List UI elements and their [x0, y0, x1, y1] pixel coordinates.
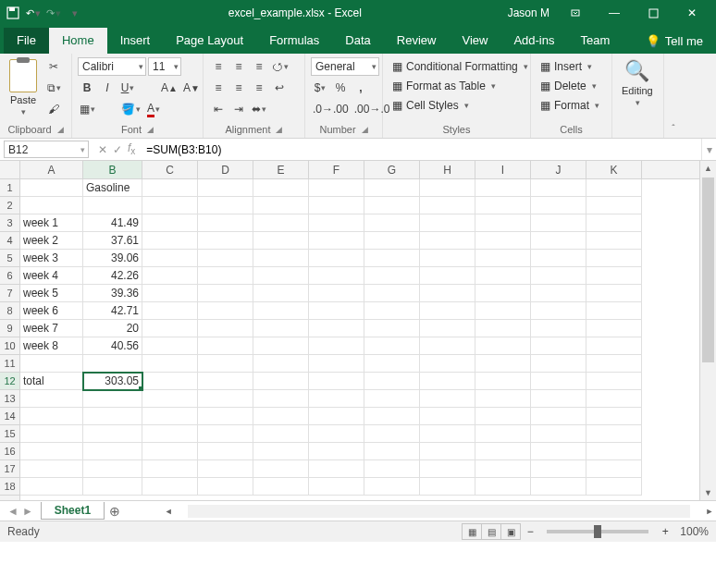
cell-A10[interactable]: week 8	[20, 337, 83, 355]
scroll-thumb[interactable]	[702, 178, 714, 362]
merge-center-icon[interactable]: ⬌▾	[250, 100, 268, 118]
cell-C3[interactable]	[142, 214, 198, 232]
align-bottom-icon[interactable]: ≡	[250, 57, 268, 76]
cell-K6[interactable]	[586, 267, 642, 285]
cell-B5[interactable]: 39.06	[83, 250, 142, 267]
cell-J18[interactable]	[531, 478, 586, 496]
row-header-6[interactable]: 6	[0, 267, 19, 285]
select-all-corner[interactable]	[0, 161, 20, 179]
cell-H9[interactable]	[420, 320, 475, 337]
cell-D6[interactable]	[198, 267, 253, 285]
collapse-ribbon-icon[interactable]: ˆ	[672, 124, 674, 134]
zoom-level[interactable]: 100%	[680, 525, 709, 538]
cell-E11[interactable]	[253, 355, 309, 373]
column-headers[interactable]: ABCDEFGHIJK	[20, 161, 699, 179]
tab-team[interactable]: Team	[567, 28, 623, 54]
tab-file[interactable]: File	[4, 28, 49, 54]
cell-I11[interactable]	[475, 355, 531, 373]
cell-I18[interactable]	[475, 478, 531, 496]
cell-D16[interactable]	[198, 443, 253, 460]
row-header-9[interactable]: 9	[0, 320, 19, 337]
cell-J6[interactable]	[531, 267, 586, 285]
col-header-C[interactable]: C	[142, 161, 198, 178]
cell-K17[interactable]	[586, 460, 642, 478]
zoom-slider[interactable]	[547, 530, 648, 533]
col-header-H[interactable]: H	[420, 161, 475, 178]
cell-C7[interactable]	[142, 285, 198, 302]
maximize-icon[interactable]	[635, 0, 672, 26]
cell-B8[interactable]: 42.71	[83, 302, 142, 320]
cell-G11[interactable]	[364, 355, 420, 373]
cell-D9[interactable]	[198, 320, 253, 337]
cell-J4[interactable]	[531, 232, 586, 250]
cell-I7[interactable]	[475, 285, 531, 302]
cell-G8[interactable]	[364, 302, 420, 320]
cell-I9[interactable]	[475, 320, 531, 337]
cell-C15[interactable]	[142, 425, 198, 443]
cell-H17[interactable]	[420, 460, 475, 478]
cell-J17[interactable]	[531, 460, 586, 478]
close-icon[interactable]: ✕	[673, 0, 710, 26]
cell-J15[interactable]	[531, 425, 586, 443]
cell-K1[interactable]	[586, 179, 642, 197]
zoom-in-button[interactable]: +	[656, 522, 674, 541]
vertical-scrollbar[interactable]: ▲ ▼	[699, 161, 716, 500]
cell-A2[interactable]	[20, 197, 83, 214]
cell-D11[interactable]	[198, 355, 253, 373]
fx-icon[interactable]: fx	[128, 141, 135, 156]
cell-D18[interactable]	[198, 478, 253, 496]
enter-formula-icon[interactable]: ✓	[113, 143, 122, 156]
cell-K7[interactable]	[586, 285, 642, 302]
cell-A17[interactable]	[20, 460, 83, 478]
cell-C2[interactable]	[142, 197, 198, 214]
cell-G6[interactable]	[364, 267, 420, 285]
formula-input[interactable]	[141, 139, 701, 160]
cell-G10[interactable]	[364, 337, 420, 355]
tab-home[interactable]: Home	[49, 28, 107, 54]
font-color-button[interactable]: A▾	[144, 100, 163, 118]
cell-C12[interactable]	[142, 373, 198, 390]
name-box[interactable]: B12	[4, 141, 89, 158]
new-sheet-button[interactable]: ⊕	[105, 504, 125, 519]
cell-C8[interactable]	[142, 302, 198, 320]
cell-C9[interactable]	[142, 320, 198, 337]
cell-E13[interactable]	[253, 390, 309, 408]
horizontal-scrollbar[interactable]: ◄ ►	[162, 505, 716, 518]
cancel-formula-icon[interactable]: ✕	[98, 143, 107, 156]
col-header-G[interactable]: G	[364, 161, 420, 178]
cell-G5[interactable]	[364, 250, 420, 267]
cell-E15[interactable]	[253, 425, 309, 443]
cell-H13[interactable]	[420, 390, 475, 408]
save-icon[interactable]	[6, 6, 20, 20]
col-header-D[interactable]: D	[198, 161, 253, 178]
col-header-E[interactable]: E	[253, 161, 309, 178]
cell-I3[interactable]	[475, 214, 531, 232]
col-header-K[interactable]: K	[586, 161, 642, 178]
cell-J14[interactable]	[531, 408, 586, 425]
shrink-font-button[interactable]: A▼	[181, 79, 202, 97]
cell-A12[interactable]: total	[20, 373, 83, 390]
col-header-I[interactable]: I	[475, 161, 531, 178]
cell-F5[interactable]	[309, 250, 364, 267]
cell-I12[interactable]	[475, 373, 531, 390]
cell-G2[interactable]	[364, 197, 420, 214]
page-break-view-icon[interactable]: ▣	[500, 523, 521, 540]
paste-button[interactable]: Paste ▾	[6, 57, 41, 118]
sheet-nav-next-icon[interactable]: ►	[22, 505, 33, 518]
cell-K3[interactable]	[586, 214, 642, 232]
cell-D10[interactable]	[198, 337, 253, 355]
decrease-indent-icon[interactable]: ⇤	[209, 100, 228, 118]
cell-K18[interactable]	[586, 478, 642, 496]
cell-F10[interactable]	[309, 337, 364, 355]
format-as-table-button[interactable]: ▦Format as Table▾	[389, 77, 500, 95]
align-top-icon[interactable]: ≡	[209, 57, 228, 76]
cell-I5[interactable]	[475, 250, 531, 267]
cell-B12[interactable]: 303.05	[83, 373, 142, 390]
cell-I1[interactable]	[475, 179, 531, 197]
cell-F15[interactable]	[309, 425, 364, 443]
cell-F11[interactable]	[309, 355, 364, 373]
cell-E5[interactable]	[253, 250, 309, 267]
cell-H10[interactable]	[420, 337, 475, 355]
cell-G16[interactable]	[364, 443, 420, 460]
cell-G7[interactable]	[364, 285, 420, 302]
